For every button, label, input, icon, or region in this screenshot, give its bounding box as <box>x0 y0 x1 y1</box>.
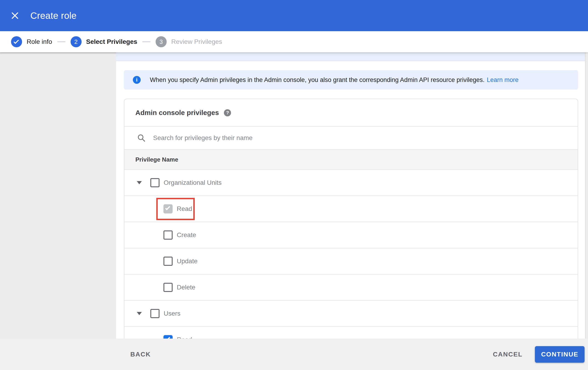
check-icon <box>14 39 19 44</box>
red-highlight-box <box>156 198 195 220</box>
footer-bar: BACK CANCEL CONTINUE <box>0 339 588 370</box>
step-connector <box>57 41 65 42</box>
scrolled-content-edge <box>116 52 585 61</box>
dialog-title: Create role <box>30 10 76 21</box>
left-sidebar <box>0 52 116 339</box>
step-complete-circle <box>11 36 22 47</box>
users-read-checkbox-checked[interactable] <box>163 335 173 339</box>
step-number-circle: 2 <box>71 36 82 47</box>
step-number-circle: 3 <box>156 36 167 47</box>
help-icon[interactable]: ? <box>224 109 231 116</box>
row-label: Users <box>164 310 180 317</box>
users-checkbox[interactable] <box>150 309 159 318</box>
card-header: Admin console privileges ? <box>124 99 578 126</box>
create-role-dialog: Create role Role info 2 Select Privilege… <box>0 0 588 370</box>
table-row-delete: Delete <box>124 274 578 300</box>
collapse-arrow-icon[interactable] <box>137 181 142 184</box>
step-label: Review Privileges <box>171 38 222 45</box>
close-icon[interactable] <box>11 11 19 20</box>
privilege-search-input[interactable] <box>153 134 521 142</box>
back-button[interactable]: BACK <box>130 351 151 358</box>
step-role-info[interactable]: Role info <box>11 36 52 47</box>
vertical-scrollbar[interactable] <box>585 52 588 339</box>
row-label: Organizational Units <box>164 179 221 186</box>
table-row-create: Create <box>124 222 578 248</box>
search-icon <box>137 134 146 142</box>
step-label: Role info <box>27 38 52 45</box>
learn-more-link[interactable]: Learn more <box>487 76 519 84</box>
table-row-update: Update <box>124 248 578 274</box>
update-checkbox[interactable] <box>163 257 173 266</box>
collapse-arrow-icon[interactable] <box>137 312 142 315</box>
privileges-card: Admin console privileges ? Privilege Nam… <box>124 99 578 339</box>
row-label: Delete <box>177 284 195 291</box>
checkmark-icon <box>165 205 170 210</box>
checkmark-icon <box>165 336 170 339</box>
row-label: Create <box>177 231 196 239</box>
info-icon: i <box>133 76 141 84</box>
step-select-privileges[interactable]: 2 Select Privileges <box>71 36 137 47</box>
stepper: Role info 2 Select Privileges 3 Review P… <box>0 31 588 52</box>
content-area: i When you specify Admin privileges in t… <box>116 52 588 339</box>
organizational-units-checkbox[interactable] <box>150 178 159 187</box>
step-review-privileges[interactable]: 3 Review Privileges <box>156 36 222 47</box>
column-header-privilege-name: Privilege Name <box>124 149 578 170</box>
continue-button[interactable]: CONTINUE <box>535 346 585 363</box>
row-label: Update <box>177 258 198 265</box>
table-row-users: Users <box>124 300 578 326</box>
read-checkbox-checked[interactable] <box>163 204 173 213</box>
step-label: Select Privileges <box>86 38 137 45</box>
card-title: Admin console privileges <box>135 109 219 117</box>
info-banner: i When you specify Admin privileges in t… <box>124 70 578 90</box>
step-connector <box>142 41 151 42</box>
banner-text: When you specify Admin privileges in the… <box>150 76 484 84</box>
table-row-read: Read <box>124 196 578 222</box>
table-row-organizational-units: Organizational Units <box>124 170 578 196</box>
app-bar: Create role <box>0 0 588 31</box>
create-checkbox[interactable] <box>163 230 173 240</box>
table-row-users-read: Read <box>124 326 578 339</box>
privilege-search-row <box>124 126 578 149</box>
delete-checkbox[interactable] <box>163 283 173 292</box>
cancel-button[interactable]: CANCEL <box>493 351 523 358</box>
row-label: Read <box>177 336 192 339</box>
